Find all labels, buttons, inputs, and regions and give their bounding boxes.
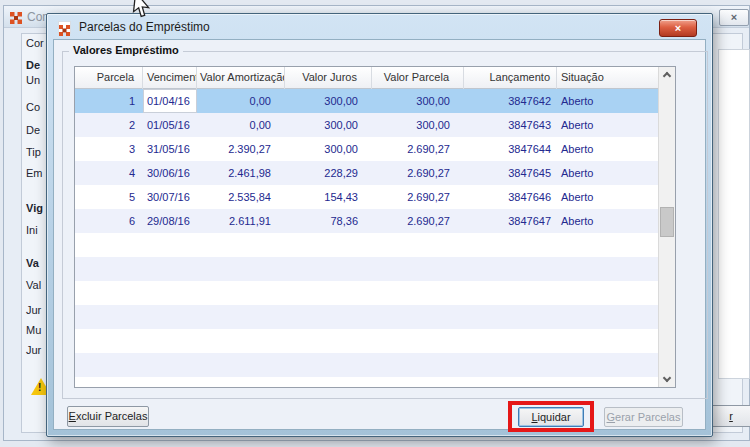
table-cell: 300,00 bbox=[372, 89, 464, 113]
field-label-fragment: Vig bbox=[26, 202, 43, 214]
empty-row bbox=[75, 281, 658, 305]
table-cell: 4 bbox=[75, 161, 143, 185]
table-cell: Aberto bbox=[557, 161, 658, 185]
column-header-parcela[interactable]: Parcela bbox=[75, 67, 143, 89]
field-label-fragment: Un bbox=[26, 74, 40, 86]
table-scrollbar[interactable] bbox=[658, 67, 675, 387]
column-header-valor-juros[interactable]: Valor Juros bbox=[285, 67, 372, 89]
column-header-valor-amortizacao[interactable]: Valor Amortização bbox=[197, 67, 285, 89]
field-label-fragment: Ini bbox=[26, 224, 38, 236]
close-icon[interactable]: × bbox=[719, 9, 749, 26]
table-cell: 2 bbox=[75, 113, 143, 137]
table-cell: 2.690,27 bbox=[372, 137, 464, 161]
table-cell: 3 bbox=[75, 137, 143, 161]
table-cell: 6 bbox=[75, 209, 143, 233]
empty-row bbox=[75, 257, 658, 281]
table-row[interactable]: 101/04/160,00300,00300,003847642Aberto bbox=[75, 89, 658, 113]
mouse-cursor bbox=[132, 0, 152, 19]
table-cell: Aberto bbox=[557, 89, 658, 113]
empty-row bbox=[75, 377, 658, 388]
field-label-fragment: De bbox=[26, 124, 40, 136]
table-cell: 30/06/16 bbox=[143, 161, 197, 185]
scroll-down-icon[interactable] bbox=[659, 371, 675, 387]
column-header-vencimento[interactable]: Vencimento bbox=[143, 67, 197, 89]
table-cell: 3847646 bbox=[464, 185, 557, 209]
table-cell: 300,00 bbox=[285, 113, 372, 137]
table-cell: 3847643 bbox=[464, 113, 557, 137]
app-icon bbox=[10, 10, 22, 28]
table-cell: 3847644 bbox=[464, 137, 557, 161]
screen: Con × CorDeUnCoDeTipEmVigIniVaValJurMuJu… bbox=[0, 0, 750, 447]
table-cell: 2.690,27 bbox=[372, 209, 464, 233]
gerar-parcelas-button: Gerar Parcelas bbox=[604, 407, 683, 427]
column-header-lancamento[interactable]: Lançamento bbox=[464, 67, 557, 89]
table-row[interactable]: 430/06/162.461,98228,292.690,273847645Ab… bbox=[75, 161, 658, 185]
table-cell: 300,00 bbox=[285, 137, 372, 161]
table-cell: 3847645 bbox=[464, 161, 557, 185]
field-label-fragment: Val bbox=[26, 279, 41, 291]
column-header-valor-parcela[interactable]: Valor Parcela bbox=[372, 67, 464, 89]
empty-row bbox=[75, 353, 658, 377]
column-header-situacao[interactable]: Situação bbox=[557, 67, 658, 89]
table-row[interactable]: 629/08/162.611,9178,362.690,273847647Abe… bbox=[75, 209, 658, 233]
table-rows: 101/04/160,00300,00300,003847642Aberto20… bbox=[75, 89, 658, 388]
empty-row bbox=[75, 233, 658, 257]
table-cell: 2.461,98 bbox=[197, 161, 285, 185]
background-partial-button[interactable]: r bbox=[709, 405, 750, 427]
table-cell: 78,36 bbox=[285, 209, 372, 233]
field-label-fragment: Tip bbox=[26, 146, 41, 158]
table-row[interactable]: 201/05/160,00300,00300,003847643Aberto bbox=[75, 113, 658, 137]
empty-row bbox=[75, 305, 658, 329]
field-label-fragment: Jur bbox=[26, 344, 41, 356]
table-header: Parcela Vencimento Valor Amortização Val… bbox=[75, 67, 658, 89]
empty-row bbox=[75, 329, 658, 353]
table-cell: 154,43 bbox=[285, 185, 372, 209]
table-cell: Aberto bbox=[557, 113, 658, 137]
table-row[interactable]: 331/05/162.390,27300,002.690,273847644Ab… bbox=[75, 137, 658, 161]
table-cell: 30/07/16 bbox=[143, 185, 197, 209]
background-right-panel bbox=[718, 49, 750, 379]
dialog-body: Valores Empréstimo Parcela Vencimento Va… bbox=[53, 39, 706, 430]
table-cell: 228,29 bbox=[285, 161, 372, 185]
field-label-fragment: Mu bbox=[26, 324, 41, 336]
app-icon bbox=[58, 21, 71, 34]
excluir-parcelas-button[interactable]: Excluir Parcelas bbox=[67, 406, 149, 427]
table-cell: 5 bbox=[75, 185, 143, 209]
field-label-fragment: Jur bbox=[26, 304, 41, 316]
scrollbar-thumb[interactable] bbox=[660, 207, 674, 237]
field-label-fragment: De bbox=[26, 59, 40, 71]
table-cell: 3847642 bbox=[464, 89, 557, 113]
field-label-fragment: Em bbox=[26, 167, 43, 179]
field-label-fragment: Cor bbox=[26, 37, 44, 49]
table-cell: 300,00 bbox=[285, 89, 372, 113]
table-cell: 01/05/16 bbox=[143, 113, 197, 137]
table-row[interactable]: 530/07/162.535,84154,432.690,273847646Ab… bbox=[75, 185, 658, 209]
dialog-title: Parcelas do Empréstimo bbox=[79, 20, 210, 34]
table-cell: 2.390,27 bbox=[197, 137, 285, 161]
table-cell: 31/05/16 bbox=[143, 137, 197, 161]
table-cell: 2.611,91 bbox=[197, 209, 285, 233]
parcelas-dialog: Parcelas do Empréstimo × Valores Emprést… bbox=[46, 13, 713, 437]
annotation-highlight bbox=[508, 401, 594, 432]
table-cell: 3847647 bbox=[464, 209, 557, 233]
parcelas-table: Parcela Vencimento Valor Amortização Val… bbox=[74, 66, 676, 388]
table-cell: Aberto bbox=[557, 209, 658, 233]
field-label-fragment: Va bbox=[26, 257, 39, 269]
close-icon[interactable]: × bbox=[659, 19, 697, 37]
table-cell: Aberto bbox=[557, 185, 658, 209]
scroll-up-icon[interactable] bbox=[659, 67, 675, 83]
table-cell: 1 bbox=[75, 89, 143, 113]
table-cell: 01/04/16 bbox=[143, 89, 197, 113]
table-cell: 0,00 bbox=[197, 89, 285, 113]
table-cell: 2.690,27 bbox=[372, 161, 464, 185]
table-cell: 0,00 bbox=[197, 113, 285, 137]
groupbox-label: Valores Empréstimo bbox=[69, 44, 183, 56]
table-cell: 2.690,27 bbox=[372, 185, 464, 209]
table-cell: 2.535,84 bbox=[197, 185, 285, 209]
field-label-fragment: Co bbox=[26, 101, 40, 113]
table-cell: Aberto bbox=[557, 137, 658, 161]
table-cell: 29/08/16 bbox=[143, 209, 197, 233]
table-cell: 300,00 bbox=[372, 113, 464, 137]
